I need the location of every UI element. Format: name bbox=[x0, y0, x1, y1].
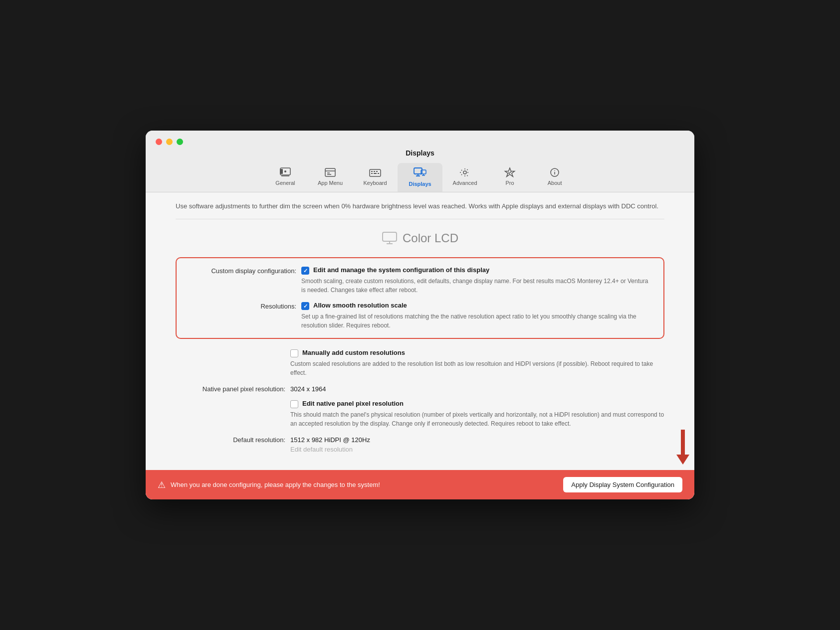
bottom-bar-message: ⚠ When you are done configuring, please … bbox=[158, 479, 380, 490]
smooth-resolution-checkbox[interactable] bbox=[301, 302, 309, 310]
tab-advanced-label: Advanced bbox=[453, 180, 477, 186]
custom-display-content: Edit and manage the system configuration… bbox=[301, 266, 653, 295]
svg-point-21 bbox=[463, 171, 466, 174]
svg-point-24 bbox=[554, 170, 555, 171]
content-area: Use software adjustments to further dim … bbox=[146, 192, 694, 500]
arrow-stem bbox=[681, 430, 685, 455]
manual-resolution-outer-row: Manually add custom resolutions Custom s… bbox=[176, 349, 664, 377]
tab-general[interactable]: General bbox=[263, 163, 308, 192]
edit-native-label: Edit native panel pixel resolution bbox=[302, 400, 404, 407]
tab-about[interactable]: About bbox=[532, 163, 577, 192]
svg-rect-14 bbox=[378, 173, 379, 174]
native-panel-content: 3024 x 1964 bbox=[290, 384, 664, 393]
resolutions-label: Resolutions: bbox=[187, 302, 296, 310]
tab-displays[interactable]: Displays bbox=[398, 163, 442, 192]
section-header: Color LCD bbox=[176, 231, 664, 245]
maximize-button[interactable] bbox=[177, 139, 183, 145]
manual-resolution-label: Manually add custom resolutions bbox=[302, 349, 405, 356]
apply-button[interactable]: Apply Display System Configuration bbox=[563, 477, 682, 492]
warning-icon: ⚠ bbox=[158, 479, 166, 490]
tab-about-label: About bbox=[548, 180, 562, 186]
bottom-bar: ⚠ When you are done configuring, please … bbox=[146, 470, 694, 499]
titlebar: Displays General App bbox=[146, 131, 694, 192]
edit-native-content: Edit native panel pixel resolution This … bbox=[290, 400, 664, 428]
close-button[interactable] bbox=[156, 139, 162, 145]
svg-point-2 bbox=[284, 170, 286, 172]
traffic-lights bbox=[156, 139, 183, 145]
scroll-arrow bbox=[676, 430, 689, 465]
manual-resolution-checkbox-row: Manually add custom resolutions bbox=[290, 349, 664, 357]
arrow-head bbox=[676, 455, 689, 465]
native-panel-label: Native panel pixel resolution: bbox=[176, 384, 285, 393]
resolutions-content: Allow smooth resolution scale Set up a f… bbox=[301, 302, 653, 330]
tab-pro[interactable]: Pro bbox=[487, 163, 532, 192]
keyboard-icon bbox=[369, 167, 382, 178]
top-description: Use software adjustments to further dim … bbox=[176, 192, 664, 220]
tab-advanced[interactable]: Advanced bbox=[442, 163, 487, 192]
pro-icon bbox=[503, 167, 516, 178]
tab-keyboard[interactable]: Keyboard bbox=[353, 163, 398, 192]
general-icon bbox=[279, 167, 292, 178]
about-icon bbox=[548, 167, 561, 178]
custom-display-checkbox-row: Edit and manage the system configuration… bbox=[301, 266, 653, 275]
section-title: Color LCD bbox=[403, 231, 458, 245]
custom-display-row: Custom display configuration: Edit and m… bbox=[187, 266, 653, 295]
svg-rect-4 bbox=[325, 168, 335, 176]
edit-native-checkbox-row: Edit native panel pixel resolution bbox=[290, 400, 664, 408]
main-window: Displays General App bbox=[146, 131, 694, 500]
edit-native-description: This should match the panel's physical r… bbox=[290, 410, 664, 428]
manual-resolution-checkbox[interactable] bbox=[290, 349, 298, 357]
manual-resolution-spacer bbox=[176, 349, 285, 350]
manual-resolution-description: Custom scaled resolutions are added to t… bbox=[290, 359, 664, 377]
scroll-area: Use software adjustments to further dim … bbox=[146, 192, 694, 471]
app-menu-icon bbox=[324, 167, 337, 178]
native-panel-row: Native panel pixel resolution: 3024 x 19… bbox=[176, 384, 664, 393]
edit-native-checkbox[interactable] bbox=[290, 400, 298, 408]
color-lcd-icon bbox=[382, 231, 398, 245]
svg-rect-11 bbox=[376, 171, 378, 172]
svg-rect-1 bbox=[280, 169, 283, 174]
default-resolution-content: 1512 x 982 HiDPI @ 120Hz Edit default re… bbox=[290, 435, 664, 453]
tab-keyboard-label: Keyboard bbox=[364, 180, 387, 186]
displays-icon bbox=[413, 167, 427, 179]
minimize-button[interactable] bbox=[166, 139, 173, 145]
custom-display-checkbox[interactable] bbox=[301, 267, 309, 275]
tab-app-menu[interactable]: App Menu bbox=[308, 163, 353, 192]
smooth-resolution-description: Set up a fine-grained list of resolution… bbox=[301, 312, 653, 330]
default-resolution-value: 1512 x 982 HiDPI @ 120Hz bbox=[290, 435, 664, 444]
svg-rect-10 bbox=[374, 171, 375, 172]
window-title: Displays bbox=[406, 149, 434, 157]
highlighted-settings-box: Custom display configuration: Edit and m… bbox=[176, 257, 664, 339]
custom-display-label: Custom display configuration: bbox=[187, 266, 296, 275]
edit-native-spacer bbox=[176, 400, 285, 401]
tab-displays-label: Displays bbox=[409, 181, 431, 187]
tab-pro-label: Pro bbox=[506, 180, 514, 186]
edit-native-row: Edit native panel pixel resolution This … bbox=[176, 400, 664, 428]
advanced-icon bbox=[458, 167, 471, 178]
native-panel-value: 3024 x 1964 bbox=[290, 384, 664, 393]
resolutions-row: Resolutions: Allow smooth resolution sca… bbox=[187, 302, 653, 330]
bottom-bar-text: When you are done configuring, please ap… bbox=[171, 481, 380, 488]
smooth-resolution-checkbox-row: Allow smooth resolution scale bbox=[301, 302, 653, 310]
toolbar: General App Menu bbox=[263, 163, 577, 192]
manual-resolution-content: Manually add custom resolutions Custom s… bbox=[290, 349, 664, 377]
custom-display-checkbox-label: Edit and manage the system configuration… bbox=[313, 266, 489, 274]
default-resolution-row: Default resolution: 1512 x 982 HiDPI @ 1… bbox=[176, 435, 664, 453]
default-resolution-label: Default resolution: bbox=[176, 435, 285, 444]
tab-general-label: General bbox=[275, 180, 295, 186]
svg-rect-12 bbox=[371, 173, 373, 174]
custom-display-description: Smooth scaling, create custom resolution… bbox=[301, 277, 653, 295]
svg-rect-13 bbox=[374, 173, 377, 174]
svg-rect-9 bbox=[371, 171, 373, 172]
edit-default-label: Edit default resolution bbox=[290, 446, 664, 453]
smooth-resolution-label: Allow smooth resolution scale bbox=[313, 302, 407, 309]
svg-rect-25 bbox=[383, 232, 397, 241]
tab-app-menu-label: App Menu bbox=[318, 180, 343, 186]
